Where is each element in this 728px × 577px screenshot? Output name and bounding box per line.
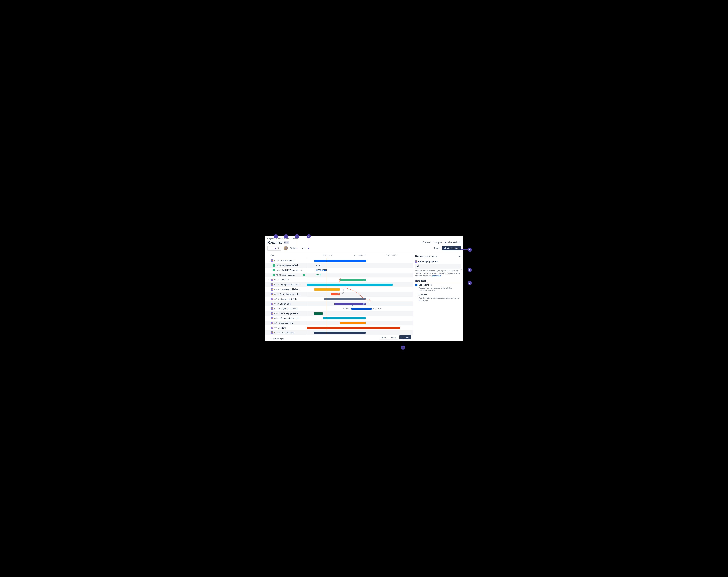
- link-icon: 🔗: [363, 279, 365, 281]
- close-icon[interactable]: ✕: [459, 255, 461, 258]
- epic-row[interactable]: ⚡CP-9Launch plan: [265, 301, 307, 306]
- panel-title: Refine your view: [415, 255, 437, 258]
- timeline-row[interactable]: TO DO: [307, 263, 413, 268]
- epic-row[interactable]: ⚡CP-7Comp. Analysis – what's out the…: [265, 292, 307, 297]
- timeline-row[interactable]: [307, 258, 413, 263]
- crumb-projects[interactable]: Projects: [267, 238, 274, 240]
- timeline-row[interactable]: [307, 287, 413, 292]
- create-epic-button[interactable]: + Create Epic: [265, 336, 307, 341]
- epic-bar[interactable]: [314, 312, 323, 315]
- bar-start-date: 2021/02/06: [342, 308, 351, 310]
- export-button[interactable]: Export: [433, 241, 442, 243]
- timeline-row[interactable]: 🔗: [307, 292, 413, 297]
- zoom-months[interactable]: Months: [389, 335, 399, 339]
- chevron-icon[interactable]: ⌄: [268, 260, 270, 261]
- epic-bar[interactable]: [314, 332, 366, 334]
- issue-summary: Documentation uplift: [281, 317, 299, 319]
- timeline-row[interactable]: 🔗: [307, 301, 413, 306]
- timeline-row[interactable]: [307, 325, 413, 330]
- epic-bar[interactable]: 🔗: [334, 303, 366, 305]
- zoom-quarters[interactable]: Quarters: [399, 335, 411, 339]
- search-icon: [278, 247, 280, 249]
- chevron-icon[interactable]: ›: [268, 279, 270, 281]
- epic-bar[interactable]: [352, 308, 371, 310]
- learn-more-link[interactable]: Learn more: [432, 275, 441, 277]
- issue-summary: Integrations & APIs: [280, 298, 297, 300]
- epic-row[interactable]: ⌄⚡CP-3Website redesign: [265, 258, 307, 263]
- epic-bar[interactable]: [307, 327, 400, 329]
- issue-summary: GTM Plan: [280, 279, 289, 281]
- epic-row[interactable]: ⚡CP-11Issue key generator: [265, 311, 307, 316]
- status-label: TO DO: [316, 264, 321, 266]
- epic-row[interactable]: ⚡CP-5Large piece of secret work: [265, 282, 307, 287]
- issue-summary: Migration plan: [281, 322, 293, 324]
- share-button[interactable]: Share: [421, 241, 430, 243]
- epic-bar[interactable]: 🔗: [340, 279, 366, 281]
- issue-key: CP-15: [274, 332, 280, 334]
- epic-bar[interactable]: [314, 288, 340, 291]
- epic-icon: ⚡: [271, 303, 274, 305]
- story-row[interactable]: ◻CP-18Styleguide refresh: [265, 263, 307, 268]
- timeline-row[interactable]: [307, 316, 413, 321]
- epic-row[interactable]: ⚡CP-12Documentation uplift: [265, 316, 307, 321]
- timeline-row[interactable]: [307, 330, 413, 335]
- epic-bar[interactable]: [323, 317, 366, 319]
- epic-row[interactable]: ⚡CP-13Migration plan: [265, 321, 307, 325]
- issue-key: CP-3: [274, 260, 279, 262]
- epic-row[interactable]: ⚡CP-14KTLO: [265, 325, 307, 330]
- epic-bar[interactable]: [340, 322, 366, 324]
- zoom-weeks[interactable]: Weeks: [379, 335, 389, 339]
- search-input[interactable]: [267, 246, 281, 251]
- status-filter[interactable]: Status: [290, 247, 298, 250]
- progress-checkbox[interactable]: [415, 294, 417, 296]
- timeline-col: JAN – MAR '21: [344, 253, 376, 258]
- today-button[interactable]: Today: [432, 246, 441, 250]
- chevron-down-icon: [457, 265, 459, 267]
- issue-key: CP-13: [274, 322, 280, 324]
- timeline-row[interactable]: [307, 311, 413, 316]
- timeline-row[interactable]: [307, 282, 413, 287]
- epic-bar[interactable]: 🔗: [331, 293, 340, 295]
- link-icon: 🔗: [363, 303, 365, 305]
- dependencies-checkbox[interactable]: ✓: [415, 284, 417, 286]
- epic-row[interactable]: ⚡CP-10Keyboard shortcuts: [265, 306, 307, 311]
- board: Epic ⌄⚡CP-3Website redesign◻CP-18Stylegu…: [265, 252, 463, 341]
- issue-key: CP-6: [274, 288, 279, 291]
- epic-display-select[interactable]: All: [415, 264, 461, 268]
- annotation-6: 6: [468, 268, 472, 272]
- epic-row[interactable]: ⚡CP-8Integrations & APIs: [265, 297, 307, 301]
- epic-row[interactable]: ›⚡CP-4GTM Plan: [265, 278, 307, 282]
- timeline-row[interactable]: 🔗: [307, 278, 413, 282]
- timeline-row[interactable]: DONE: [307, 273, 413, 278]
- epic-icon: ⚡: [271, 283, 274, 286]
- epic-row[interactable]: ⚡CP-6Cross-team initiative planning: [265, 287, 307, 292]
- timeline-row[interactable]: [307, 321, 413, 325]
- crumb-classic[interactable]: Classic project: [277, 238, 289, 240]
- story-row[interactable]: ◻CP-16Audit E2E journey – consu…: [265, 268, 307, 273]
- done-check-icon: ✓: [303, 274, 305, 276]
- issue-key: CP-8: [274, 298, 279, 300]
- story-row[interactable]: ◻CP-17User research✓: [265, 273, 307, 278]
- title-row: Roadmap BETA Share Export Give feedback: [265, 240, 463, 246]
- issue-key: CP-4: [274, 279, 279, 281]
- crumb-board[interactable]: CP board: [291, 238, 299, 240]
- assignee-avatar[interactable]: [284, 246, 288, 250]
- timeline-row[interactable]: [307, 297, 413, 301]
- more-detail-header: More detail: [415, 280, 461, 282]
- timeline-row[interactable]: 2021/02/062021/04/14: [307, 306, 413, 311]
- view-settings-button[interactable]: View settings: [442, 246, 461, 250]
- timeline-row[interactable]: IN PROGRESS: [307, 268, 413, 273]
- issue-key: CP-5: [274, 284, 279, 286]
- epic-bar[interactable]: [324, 298, 366, 300]
- epic-icon: ⚡: [271, 288, 274, 291]
- timeline-pane[interactable]: OCT – DEC JAN – MAR '21 APR – JUN '21 TO…: [307, 253, 413, 341]
- epic-bar[interactable]: [307, 284, 393, 286]
- epic-display-help: Any Epic marked as done a year ago won't…: [415, 270, 461, 277]
- feedback-button[interactable]: Give feedback: [444, 241, 461, 243]
- epic-row[interactable]: ⚡CP-15FY22 Planning: [265, 330, 307, 335]
- issue-key: CP-14: [274, 327, 280, 329]
- megaphone-icon: [444, 241, 447, 243]
- label-filter[interactable]: Label: [301, 247, 308, 250]
- epic-bar[interactable]: [314, 260, 366, 262]
- story-icon: ◻: [272, 269, 275, 271]
